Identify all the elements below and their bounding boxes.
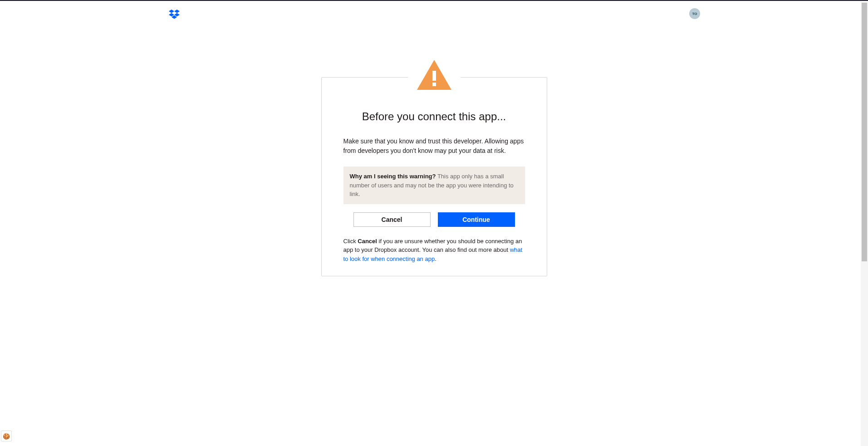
dialog-footer-text: Click Cancel if you are unsure whether y… [343,237,525,264]
footer-bold: Cancel [358,238,377,245]
dialog-title: Before you connect this app... [343,110,525,123]
button-row: Cancel Continue [343,212,525,227]
cookie-icon: 🍪 [3,433,10,440]
dialog-box: Before you connect this app... Make sure… [321,77,547,276]
dropbox-logo[interactable] [169,9,180,21]
cookie-preferences-button[interactable]: 🍪 [1,431,12,441]
page-header: TO [0,1,868,28]
svg-rect-0 [432,71,436,81]
footer-suffix: . [435,255,436,262]
warning-icon-wrapper [408,60,461,92]
info-question: Why am I seeing this warning? [350,173,436,180]
warning-triangle-icon [417,60,451,90]
scrollbar-track[interactable] [861,2,868,446]
continue-button[interactable]: Continue [438,212,515,227]
warning-info-box: Why am I seeing this warning? This app o… [343,167,525,204]
user-avatar[interactable]: TO [689,8,700,19]
dialog-description: Make sure that you know and trust this d… [343,137,525,156]
dropbox-logo-icon [169,9,180,19]
authorization-dialog: Before you connect this app... Make sure… [321,77,547,276]
avatar-initials: TO [692,12,697,16]
scrollbar-thumb[interactable] [862,3,867,261]
cancel-button[interactable]: Cancel [353,212,431,227]
svg-rect-1 [432,83,436,86]
footer-prefix: Click [343,238,358,245]
